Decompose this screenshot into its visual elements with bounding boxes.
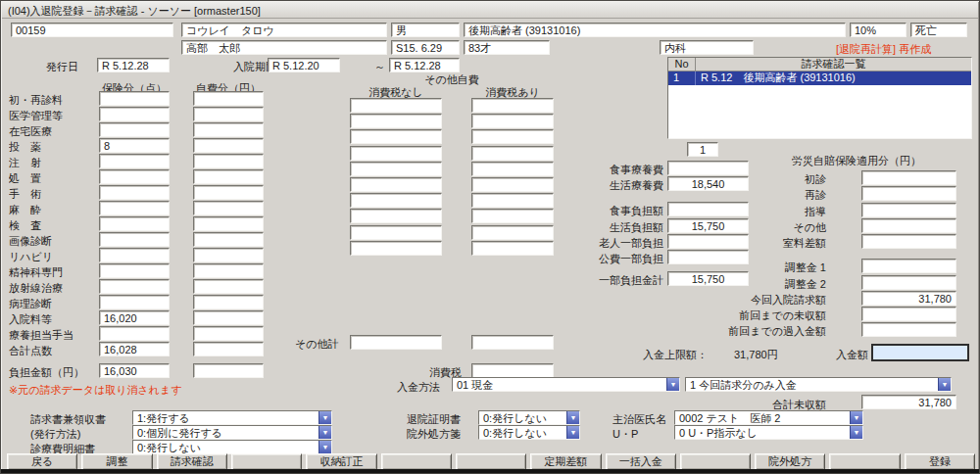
spacer-button-1[interactable] — [231, 453, 302, 470]
payment-method-select[interactable]: 01 現金 ▼ — [452, 377, 680, 392]
external-rx-button[interactable]: 院外処方 — [755, 453, 825, 470]
other-self-tax-field[interactable] — [471, 129, 554, 144]
other-self-tax-field[interactable] — [471, 114, 554, 128]
periodic-diff-button[interactable]: 定期差額 — [530, 453, 601, 470]
meal-row-field[interactable]: 18,540 — [667, 176, 749, 191]
fee-self-field[interactable] — [193, 154, 264, 168]
fee-self-field[interactable] — [193, 216, 264, 231]
other-self-notax-field[interactable] — [350, 98, 442, 113]
consumption-tax-field[interactable] — [471, 363, 554, 378]
fee-insurance-field[interactable] — [99, 122, 170, 137]
lump-deposit-button[interactable]: 一括入金 — [606, 453, 676, 470]
other-self-tax-field[interactable] — [471, 162, 554, 176]
other-self-tax-field[interactable] — [471, 193, 554, 208]
meal-row-field[interactable]: 15,750 — [667, 218, 749, 233]
other-self-notax-field[interactable] — [350, 241, 442, 256]
fee-insurance-field[interactable]: 16,028 — [99, 342, 170, 356]
invoice-select[interactable]: 1:発行する ▼ — [132, 410, 332, 425]
certificate-select[interactable]: 0:発行しない ▼ — [478, 410, 580, 425]
fee-self-field[interactable] — [193, 295, 264, 309]
burden-self-field[interactable] — [193, 363, 264, 378]
meal-row-field[interactable] — [667, 202, 749, 216]
spacer-button-5[interactable] — [829, 453, 900, 470]
fee-self-field[interactable] — [193, 138, 264, 153]
rousai-row-field[interactable] — [861, 186, 956, 201]
fee-insurance-field[interactable] — [99, 91, 170, 106]
other-self-notax-field[interactable] — [350, 225, 442, 240]
adjust-button[interactable]: 調整 — [81, 453, 152, 470]
fee-self-field[interactable] — [193, 201, 264, 215]
fee-insurance-field[interactable] — [99, 185, 170, 200]
spacer-button-3[interactable] — [456, 453, 526, 470]
other-self-tax-field[interactable] — [471, 98, 554, 113]
current-claim-field[interactable]: 31,780 — [861, 291, 956, 306]
statement-select[interactable]: 0:発行しない ▼ — [132, 440, 332, 454]
fee-self-field[interactable] — [193, 310, 264, 325]
register-button[interactable]: 登録 — [905, 453, 975, 470]
other-self-notax-field[interactable] — [350, 146, 442, 161]
fee-insurance-field[interactable] — [99, 232, 170, 247]
fee-self-field[interactable] — [193, 169, 264, 184]
fee-self-field[interactable] — [193, 326, 264, 341]
back-button[interactable]: 戻る — [7, 453, 77, 470]
other-self-tax-field[interactable] — [471, 209, 554, 223]
other-self-notax-field[interactable] — [350, 177, 442, 192]
fee-insurance-field[interactable] — [99, 279, 170, 294]
fee-self-field[interactable] — [193, 232, 264, 247]
other-self-tax-field[interactable] — [471, 225, 554, 240]
claim-page-field[interactable]: 1 — [687, 142, 718, 157]
billing-confirm-button[interactable]: 請求確認 — [157, 453, 227, 470]
issue-date-field[interactable]: R 5.12.28 — [97, 58, 170, 72]
doctor-select[interactable]: 0002 テスト 医師 2 ▼ — [674, 410, 863, 425]
other-self-notax-field[interactable] — [350, 114, 442, 128]
fee-insurance-field[interactable] — [99, 169, 170, 184]
rousai-row-field[interactable] — [861, 203, 956, 217]
other-total-notax-field[interactable] — [350, 335, 442, 350]
fee-insurance-field[interactable] — [99, 154, 170, 168]
other-self-notax-field[interactable] — [350, 129, 442, 144]
patient-id-field[interactable]: 00159 — [11, 23, 173, 37]
fee-insurance-field[interactable]: 8 — [99, 138, 170, 153]
fee-self-field[interactable] — [193, 248, 264, 262]
other-self-tax-field[interactable] — [471, 177, 554, 192]
deposit-target-select[interactable]: 1 今回請求分のみ入金 ▼ — [685, 377, 952, 392]
fee-insurance-field[interactable]: 16,020 — [99, 310, 170, 325]
other-self-tax-field[interactable] — [471, 241, 554, 256]
issue-method-select[interactable]: 0:個別に発行する ▼ — [132, 425, 332, 440]
rousai-row-field[interactable] — [861, 259, 956, 273]
fee-insurance-field[interactable] — [99, 295, 170, 309]
spacer-button-4[interactable] — [680, 453, 751, 470]
spacer-button-2[interactable] — [381, 453, 452, 470]
partial-burden-total-field[interactable]: 15,750 — [667, 271, 749, 286]
rousai-row-field[interactable] — [861, 234, 956, 249]
patient-kana-field[interactable]: コウレイ タロウ — [181, 23, 387, 37]
fee-insurance-field[interactable] — [99, 248, 170, 262]
other-self-notax-field[interactable] — [350, 162, 442, 176]
fee-self-field[interactable] — [193, 263, 264, 278]
prev-unpaid-field[interactable] — [861, 307, 956, 321]
fee-self-field[interactable] — [193, 342, 264, 356]
fee-self-field[interactable] — [193, 107, 264, 121]
fee-self-field[interactable] — [193, 122, 264, 137]
fee-insurance-field[interactable] — [99, 201, 170, 215]
other-self-notax-field[interactable] — [350, 193, 442, 208]
other-total-tax-field[interactable] — [471, 335, 554, 350]
meal-row-field[interactable] — [667, 234, 749, 249]
meal-row-field[interactable] — [667, 250, 749, 264]
external-rx-select[interactable]: 0:発行しない ▼ — [478, 425, 580, 440]
deposit-amount-field[interactable] — [871, 344, 969, 361]
meal-row-field[interactable] — [667, 161, 749, 175]
fee-self-field[interactable] — [193, 279, 264, 294]
fee-insurance-field[interactable] — [99, 263, 170, 278]
rousai-row-field[interactable] — [861, 218, 956, 233]
fee-insurance-field[interactable] — [99, 326, 170, 341]
up-select[interactable]: 0 U・P指示なし ▼ — [674, 425, 863, 440]
fee-self-field[interactable] — [193, 91, 264, 106]
other-self-notax-field[interactable] — [350, 209, 442, 223]
burden-insurance-field[interactable]: 16,030 — [99, 363, 170, 378]
fee-self-field[interactable] — [193, 185, 264, 200]
other-self-tax-field[interactable] — [471, 146, 554, 161]
period-from-field[interactable]: R 5.12.20 — [268, 58, 340, 72]
period-to-field[interactable]: R 5.12.28 — [389, 58, 460, 72]
rousai-row-field[interactable] — [861, 170, 956, 185]
